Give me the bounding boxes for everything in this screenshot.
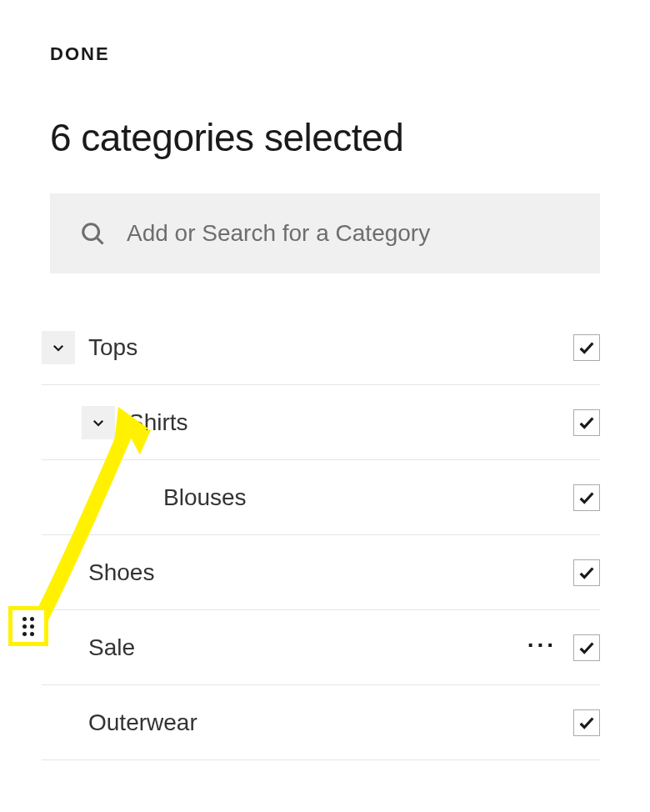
done-button[interactable]: DONE xyxy=(50,43,110,65)
check-icon xyxy=(578,714,596,732)
category-row-shirts[interactable]: Shirts xyxy=(42,385,600,460)
expand-toggle[interactable] xyxy=(82,406,115,439)
search-icon xyxy=(80,221,105,246)
search-box[interactable] xyxy=(50,193,600,273)
category-row-tops[interactable]: Tops xyxy=(42,310,600,385)
category-label: Outerwear xyxy=(88,709,573,736)
page-title: 6 categories selected xyxy=(50,115,600,160)
check-icon xyxy=(578,564,596,582)
category-row-blouses[interactable]: Blouses xyxy=(42,460,600,535)
check-icon xyxy=(578,338,596,357)
annotation-drag-handle[interactable] xyxy=(8,606,48,646)
drag-handle-icon xyxy=(22,617,34,636)
category-checkbox[interactable] xyxy=(573,559,600,586)
expand-toggle[interactable] xyxy=(42,331,75,364)
check-icon xyxy=(578,489,596,507)
category-list: Tops Shirts xyxy=(42,310,600,760)
check-icon xyxy=(578,639,596,657)
search-input[interactable] xyxy=(125,219,570,248)
svg-line-1 xyxy=(98,238,103,244)
category-row-outerwear[interactable]: Outerwear xyxy=(42,685,600,760)
category-checkbox[interactable] xyxy=(573,484,600,511)
category-row-sale[interactable]: Sale ··· xyxy=(42,610,600,685)
category-label: Shoes xyxy=(88,559,573,586)
check-icon xyxy=(578,414,596,432)
category-checkbox[interactable] xyxy=(573,409,600,436)
category-checkbox[interactable] xyxy=(573,709,600,736)
category-label: Sale xyxy=(88,634,528,661)
chevron-down-icon xyxy=(51,340,66,355)
more-options-button[interactable]: ··· xyxy=(528,632,557,664)
category-label: Shirts xyxy=(128,409,573,436)
category-label: Tops xyxy=(88,334,573,361)
category-checkbox[interactable] xyxy=(573,634,600,661)
category-checkbox[interactable] xyxy=(573,334,600,361)
svg-point-0 xyxy=(83,224,99,240)
chevron-down-icon xyxy=(91,415,106,430)
category-label: Blouses xyxy=(163,484,573,511)
category-row-shoes[interactable]: Shoes xyxy=(42,535,600,610)
